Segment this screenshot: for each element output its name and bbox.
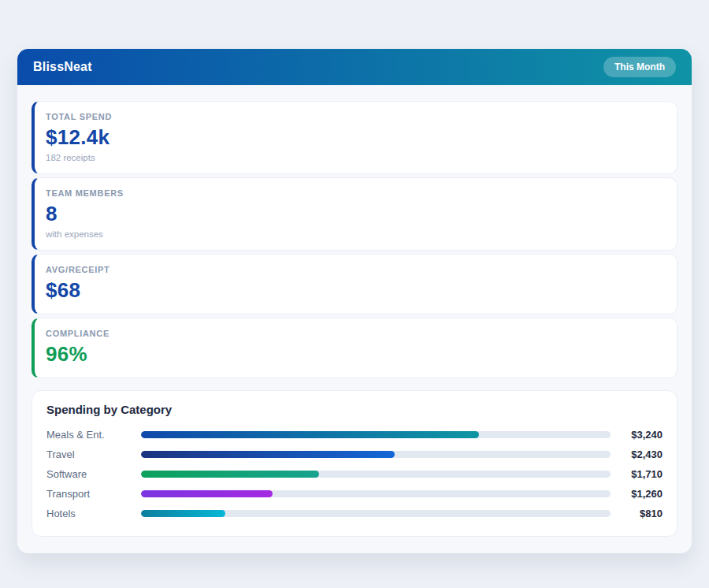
spending-chart-card: Spending by Category Meals & Ent.$3,240T…	[32, 390, 677, 537]
chart-bar-track	[141, 471, 611, 478]
chart-bar-fill	[141, 431, 479, 438]
chart-category-label: Software	[46, 468, 141, 480]
chart-bar-track	[141, 510, 611, 517]
chart-bar-fill	[141, 490, 273, 497]
chart-bar-fill	[141, 471, 319, 478]
stat-label: COMPLIANCE	[46, 329, 664, 338]
chart-value-label: $810	[611, 508, 663, 519]
chart-bar-track	[141, 451, 611, 458]
chart-category-label: Travel	[46, 448, 141, 460]
chart-value-label: $1,260	[611, 488, 663, 500]
chart-bar-fill	[141, 510, 225, 517]
stat-value: $12.4k	[46, 125, 664, 150]
dashboard-panel: BlissNeat This Month TOTAL SPEND$12.4k18…	[17, 49, 692, 553]
stat-label: TOTAL SPEND	[46, 112, 664, 121]
stat-card-team-members: TEAM MEMBERS8with expenses	[32, 177, 677, 251]
stat-subtext: with expenses	[46, 229, 664, 239]
chart-value-label: $3,240	[611, 429, 663, 441]
app-title: BlissNeat	[33, 60, 92, 74]
period-selector-badge[interactable]: This Month	[603, 57, 676, 77]
stat-value: 8	[46, 202, 664, 226]
chart-row: Travel$2,430	[46, 445, 663, 464]
stat-card-avg-receipt: AVG/RECEIPT$68	[32, 254, 677, 314]
stat-value: 96%	[46, 342, 664, 367]
app-header: BlissNeat This Month	[17, 49, 692, 85]
chart-category-label: Hotels	[46, 508, 141, 519]
stat-card-compliance: COMPLIANCE96%	[32, 318, 677, 378]
chart-title: Spending by Category	[46, 403, 663, 416]
chart-value-label: $2,430	[611, 448, 663, 460]
chart-bar-track	[141, 490, 611, 497]
stat-card-total-spend: TOTAL SPEND$12.4k182 receipts	[32, 101, 677, 174]
chart-category-label: Meals & Ent.	[46, 429, 141, 441]
stat-subtext: 182 receipts	[46, 153, 664, 162]
chart-row: Transport$1,260	[46, 484, 663, 504]
chart-category-label: Transport	[46, 488, 141, 500]
stat-label: TEAM MEMBERS	[46, 188, 664, 198]
chart-bar-track	[141, 431, 611, 438]
stats-list: TOTAL SPEND$12.4k182 receiptsTEAM MEMBER…	[32, 101, 677, 378]
chart-row: Software$1,710	[46, 464, 663, 484]
stat-value: $68	[46, 278, 664, 303]
stat-label: AVG/RECEIPT	[46, 265, 664, 274]
chart-value-label: $1,710	[611, 468, 663, 480]
chart-rows: Meals & Ent.$3,240Travel$2,430Software$1…	[46, 425, 663, 523]
chart-row: Meals & Ent.$3,240	[46, 425, 663, 445]
chart-bar-fill	[141, 451, 395, 458]
chart-row: Hotels$810	[46, 504, 663, 523]
dashboard-content: TOTAL SPEND$12.4k182 receiptsTEAM MEMBER…	[17, 85, 692, 553]
